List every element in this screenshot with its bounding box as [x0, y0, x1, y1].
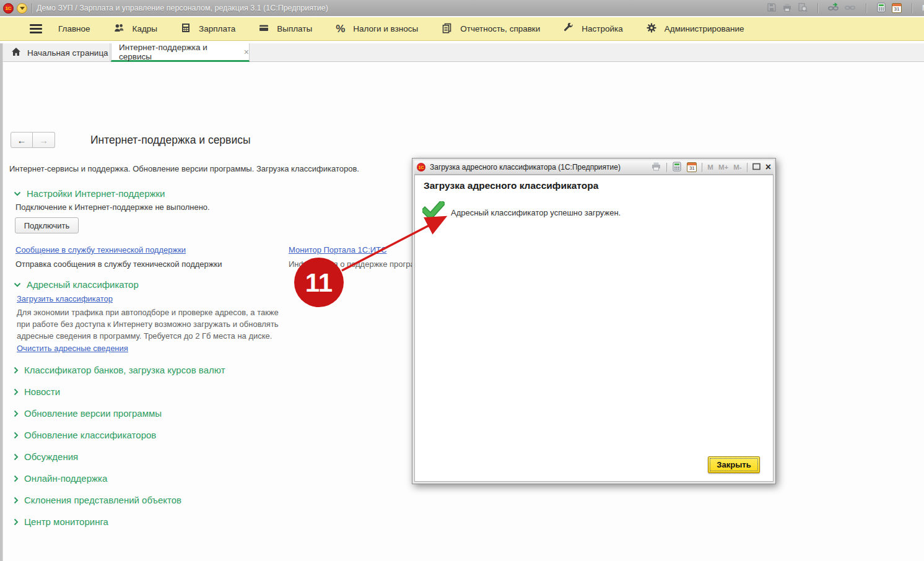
window-title: Демо ЗУП / Зарплата и управление персона… — [37, 4, 328, 12]
load-classifier-link[interactable]: Загрузить классификатор — [17, 294, 113, 303]
maximize-icon[interactable] — [752, 163, 761, 172]
application-window: 1С Демо ЗУП / Зарплата и управление перс… — [0, 0, 924, 561]
calendar-day-label: 31 — [687, 165, 696, 172]
menu-item-administration[interactable]: Администрирование — [647, 23, 744, 35]
memory-plus-button: M+ — [718, 163, 728, 171]
calculator-icon[interactable] — [672, 162, 682, 173]
back-button[interactable]: ← — [11, 132, 33, 148]
divider — [32, 3, 32, 13]
section-declensions[interactable]: Склонения представлений объектов — [14, 495, 181, 505]
open-windows-tabbar: Начальная страница Интернет-поддержка и … — [0, 43, 924, 62]
divider — [866, 3, 866, 13]
calculator-icon[interactable] — [876, 2, 886, 14]
calendar-day-label: 31 — [892, 6, 901, 12]
close-tab-icon[interactable]: × — [244, 48, 249, 56]
memory-minus-button: M- — [733, 163, 741, 171]
menu-item-settings[interactable]: Настройка — [564, 23, 622, 35]
address-classifier-dialog: 1С Загрузка адресного классификатора (1С… — [412, 158, 776, 484]
print-icon[interactable] — [651, 162, 661, 173]
chevron-right-icon — [14, 410, 19, 417]
main-menu-dropdown-button[interactable] — [17, 3, 27, 14]
section-title: Обновление версии программы — [24, 408, 162, 419]
chevron-down-icon — [14, 191, 21, 196]
chevron-right-icon — [14, 475, 19, 482]
section-online-support[interactable]: Онлайн-поддержка — [14, 473, 107, 484]
section-title: Новости — [24, 386, 60, 397]
chevron-right-icon — [14, 453, 19, 461]
window-titlebar: 1С Демо ЗУП / Зарплата и управление перс… — [0, 0, 924, 16]
section-title: Классификатор банков, загрузка курсов ва… — [24, 365, 225, 375]
calendar-icon[interactable]: 31 — [892, 3, 902, 13]
dialog-titlebar[interactable]: 1С Загрузка адресного классификатора (1С… — [414, 160, 774, 175]
menu-item-label: Выплаты — [277, 24, 312, 33]
portal-monitor-description: Информация о поддержке програ — [289, 259, 415, 269]
close-button[interactable]: Закрыть — [708, 456, 760, 473]
dialog-body: Загрузка адресного классификатора Адресн… — [414, 175, 774, 482]
people-icon — [114, 23, 124, 35]
divider — [817, 3, 818, 13]
memory-button: M — [707, 163, 713, 171]
connect-button[interactable]: Подключить — [15, 217, 79, 233]
dialog-title: Загрузка адресного классификатора (1С:Пр… — [430, 163, 621, 172]
section-banks-classifier[interactable]: Классификатор банков, загрузка курсов ва… — [14, 365, 225, 375]
section-title: Центр мониторинга — [24, 516, 108, 527]
divider — [666, 163, 667, 172]
section-monitoring-center[interactable]: Центр мониторинга — [14, 516, 108, 527]
success-message: Адресный классификатор успешно загружен. — [451, 208, 621, 217]
success-check-icon — [422, 201, 445, 222]
clear-address-data-link[interactable]: Очистить адресные сведения — [17, 344, 128, 353]
tab-home-page[interactable]: Начальная страница — [5, 43, 110, 62]
get-link-icon[interactable] — [828, 2, 839, 14]
tech-support-message-link[interactable]: Сообщение в службу технической поддержки — [15, 245, 186, 254]
percent-icon: % — [336, 23, 345, 35]
section-title: Онлайн-поддержка — [24, 473, 107, 484]
section-title: Настройки Интернет-поддержки — [27, 188, 165, 199]
menu-item-label: Настройка — [582, 24, 622, 33]
home-icon — [11, 47, 21, 58]
menu-item-reports[interactable]: Отчетность, справки — [442, 23, 540, 35]
menu-item-label: Главное — [58, 24, 90, 33]
history-nav-group: ← → — [11, 132, 55, 148]
menu-item-staff[interactable]: Кадры — [114, 23, 157, 35]
chevron-down-icon — [20, 7, 25, 10]
section-title: Адресный классификатор — [27, 279, 139, 290]
hamburger-menu-button[interactable] — [30, 24, 42, 33]
chevron-right-icon — [14, 388, 19, 396]
reports-icon — [442, 23, 452, 35]
section-title: Обновление классификаторов — [24, 430, 156, 440]
section-program-update[interactable]: Обновление версии программы — [14, 408, 162, 419]
gear-icon — [647, 23, 656, 35]
tab-internet-support[interactable]: Интернет-поддержка и сервисы × — [111, 43, 250, 62]
window-left-border — [0, 43, 3, 561]
go-to-link-icon[interactable] — [845, 2, 856, 14]
print-icon[interactable] — [782, 2, 792, 14]
menu-item-label: Кадры — [133, 24, 157, 33]
tech-support-message-description: Отправка сообщения в службу технической … — [15, 259, 222, 269]
portal-monitor-link[interactable]: Монитор Портала 1С:ИТС — [289, 245, 386, 254]
section-address-classifier[interactable]: Адресный классификатор — [14, 279, 139, 290]
section-news[interactable]: Новости — [14, 386, 60, 397]
print-preview-icon[interactable] — [798, 2, 808, 14]
section-title: Склонения представлений объектов — [24, 495, 181, 505]
calculator-icon — [181, 23, 191, 35]
sections-menubar: Главное Кадры Зарплата Выплаты % Налоги … — [0, 17, 924, 41]
chevron-right-icon — [14, 497, 19, 504]
menu-item-label: Администрирование — [665, 24, 744, 33]
chevron-down-icon — [14, 282, 21, 287]
section-classifiers-update[interactable]: Обновление классификаторов — [14, 430, 156, 440]
1c-logo-icon: 1С — [3, 3, 14, 14]
calendar-icon[interactable]: 31 — [687, 162, 697, 172]
close-dialog-icon[interactable]: × — [765, 162, 771, 172]
forward-button[interactable]: → — [33, 132, 55, 148]
divider — [912, 3, 912, 13]
menu-item-label: Отчетность, справки — [460, 24, 540, 33]
section-discussions[interactable]: Обсуждения — [14, 451, 78, 462]
menu-item-taxes[interactable]: % Налоги и взносы — [336, 23, 418, 35]
menu-item-payments[interactable]: Выплаты — [259, 23, 312, 35]
dialog-toolbar: 31 M M+ M- × — [651, 162, 774, 173]
page-subtitle: Интернет-сервисы и поддержка. Обновление… — [9, 164, 359, 173]
section-internet-support-settings[interactable]: Настройки Интернет-поддержки — [14, 188, 165, 199]
save-icon[interactable] — [767, 2, 777, 14]
menu-item-main[interactable]: Главное — [58, 24, 90, 33]
menu-item-salary[interactable]: Зарплата — [181, 23, 235, 35]
